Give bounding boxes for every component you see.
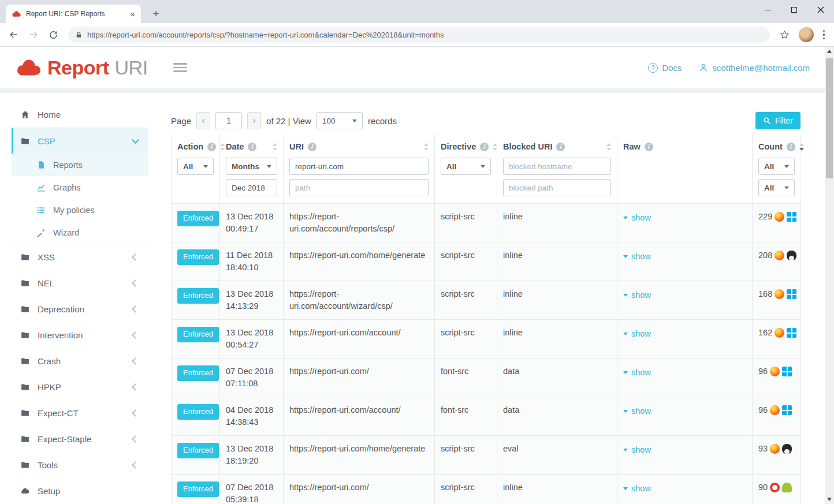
next-page-button[interactable]: ›	[247, 112, 261, 129]
sidebar-item-nel[interactable]: NEL	[12, 270, 148, 296]
sidebar-item-expect-ct[interactable]: Expect-CT	[12, 400, 148, 426]
sidebar-item-tools[interactable]: Tools	[12, 452, 148, 478]
page-scrollbar[interactable]	[825, 47, 834, 504]
date-filter-input[interactable]	[226, 179, 277, 196]
sidebar-item-graphs[interactable]: Graphs	[12, 176, 148, 199]
table-row[interactable]: Enforced 13 Dec 201800:49:17 https://rep…	[172, 204, 801, 242]
maximize-button[interactable]	[781, 0, 807, 20]
bookmark-button[interactable]	[776, 25, 794, 44]
report-count: 208	[758, 249, 772, 262]
page-count-label: of 22 | View	[266, 116, 311, 126]
account-link[interactable]: scotthelme@hotmail.com	[699, 63, 810, 73]
sort-toggle[interactable]	[220, 143, 225, 151]
sidebar-item-deprecation[interactable]: Deprecation	[12, 296, 148, 322]
person-icon	[699, 63, 708, 72]
directive-cell: script-src	[435, 204, 497, 242]
sort-toggle[interactable]	[799, 143, 804, 151]
back-button[interactable]	[5, 25, 23, 44]
uri-hostname-input[interactable]	[289, 158, 429, 175]
minimize-button[interactable]	[754, 0, 781, 20]
sort-toggle[interactable]	[424, 143, 429, 151]
caret-down-icon	[623, 216, 628, 219]
filter-button[interactable]: Filter	[755, 112, 801, 129]
blocked-path-input[interactable]	[503, 179, 611, 196]
report-uri-cell: https://report-uri.com/account/	[284, 397, 435, 436]
info-icon[interactable]: i	[207, 143, 216, 151]
select-caret-icon	[481, 165, 485, 168]
show-raw-link[interactable]: show	[623, 405, 651, 417]
sort-toggle[interactable]	[606, 143, 611, 151]
action-filter-select[interactable]: All	[177, 158, 214, 175]
url-text[interactable]: https://report-uri.com/account/reports/c…	[87, 31, 444, 39]
browser-menu-button[interactable]	[818, 25, 830, 44]
close-button[interactable]	[807, 0, 834, 20]
table-row[interactable]: Enforced 07 Dec 201807:11:08 https://rep…	[172, 359, 801, 397]
favicon-cloud-icon	[12, 10, 21, 17]
chevron-left-icon	[132, 253, 139, 261]
count-filter-select-1[interactable]: All	[758, 158, 795, 175]
sidebar-item-my-policies[interactable]: My policies	[12, 199, 148, 221]
reload-button[interactable]	[44, 25, 62, 44]
table-row[interactable]: Enforced 13 Dec 201800:54:27 https://rep…	[172, 320, 801, 359]
info-icon[interactable]: i	[248, 143, 256, 151]
directive-filter-select[interactable]: All	[441, 158, 491, 175]
forward-button[interactable]	[24, 25, 43, 44]
count-filter-select-2[interactable]: All	[758, 179, 795, 196]
profile-avatar[interactable]	[799, 27, 814, 42]
sidebar-item-home[interactable]: Home	[12, 102, 148, 128]
table-row[interactable]: Enforced 11 Dec 201818:40:10 https://rep…	[172, 242, 801, 281]
select-caret-icon	[784, 165, 789, 168]
info-icon[interactable]: i	[556, 143, 565, 151]
show-raw-link[interactable]: show	[623, 483, 651, 495]
date-unit-select[interactable]: Months	[226, 158, 277, 175]
info-icon[interactable]: i	[480, 143, 489, 151]
page-number-input[interactable]	[215, 112, 242, 129]
logo-cloud-icon	[15, 58, 43, 77]
table-row[interactable]: Enforced 13 Dec 201814:13:29 https://rep…	[172, 281, 801, 320]
sidebar-item-crash[interactable]: Crash	[12, 348, 148, 374]
info-icon[interactable]: i	[787, 143, 795, 151]
report-uri-cell: https://report-uri.com/home/generate	[284, 436, 435, 475]
sort-toggle[interactable]	[273, 143, 277, 151]
report-uri-logo[interactable]: ReportURI	[15, 57, 148, 79]
address-bar[interactable]: https://report-uri.com/account/reports/c…	[68, 27, 770, 43]
sidebar-item-reports[interactable]: Reports	[12, 154, 148, 176]
sidebar-item-hpkp[interactable]: HPKP	[12, 374, 148, 400]
sidebar-item-xss[interactable]: XSS	[12, 244, 148, 270]
show-raw-link[interactable]: show	[623, 251, 651, 263]
tab-close-icon[interactable]: ×	[130, 10, 135, 18]
report-date: 04 Dec 201814:38:43	[220, 397, 284, 436]
scroll-down-button[interactable]	[825, 495, 834, 504]
caret-down-icon	[623, 487, 628, 490]
table-row[interactable]: Enforced 04 Dec 201814:38:43 https://rep…	[172, 397, 801, 436]
records-per-page-select[interactable]: 100	[317, 112, 363, 129]
os-icon	[782, 367, 792, 376]
uri-path-input[interactable]	[289, 179, 429, 196]
show-raw-link[interactable]: show	[623, 367, 651, 379]
chevron-left-icon	[132, 383, 139, 391]
table-row[interactable]: Enforced 07 Dec 201805:39:18 https://rep…	[172, 475, 801, 504]
sidebar-item-csp[interactable]: CSP	[12, 128, 148, 154]
scroll-up-button[interactable]	[825, 47, 834, 56]
menu-toggle-icon[interactable]	[173, 63, 187, 72]
docs-link[interactable]: ? Docs	[648, 63, 682, 73]
caret-down-icon	[623, 371, 628, 374]
scrollbar-thumb[interactable]	[826, 58, 833, 178]
sidebar-item-setup[interactable]: Setup	[12, 478, 148, 504]
blocked-hostname-input[interactable]	[503, 158, 611, 175]
info-icon[interactable]: i	[308, 143, 317, 151]
sort-toggle[interactable]	[493, 143, 497, 151]
show-raw-link[interactable]: show	[623, 289, 651, 301]
table-row[interactable]: Enforced 13 Dec 201818:19:20 https://rep…	[172, 436, 801, 475]
sidebar-item-intervention[interactable]: Intervention	[12, 322, 148, 348]
show-raw-link[interactable]: show	[623, 444, 651, 456]
prev-page-button[interactable]: ‹	[196, 112, 210, 129]
show-raw-link[interactable]: show	[623, 212, 651, 224]
sidebar-item-expect-staple[interactable]: Expect-Staple	[12, 426, 148, 452]
new-tab-button[interactable]: +	[148, 6, 164, 22]
browser-tab[interactable]: Report URI: CSP Reports ×	[6, 5, 141, 23]
sidebar-item-wizard[interactable]: Wizard	[12, 221, 148, 244]
show-raw-link[interactable]: show	[623, 328, 651, 340]
column-header-uri: URIi	[284, 135, 435, 204]
info-icon[interactable]: i	[645, 143, 653, 151]
